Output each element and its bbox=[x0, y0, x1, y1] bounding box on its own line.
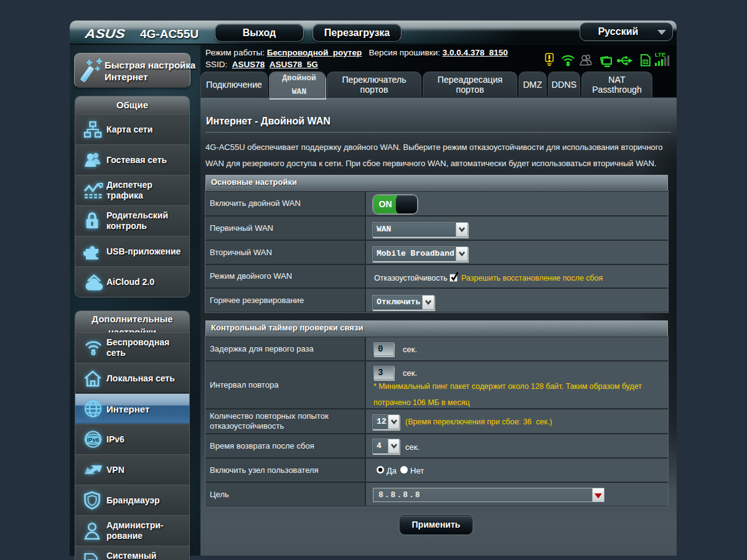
svg-text:LTE: LTE bbox=[655, 52, 665, 58]
svg-text:IPv6: IPv6 bbox=[87, 436, 100, 443]
